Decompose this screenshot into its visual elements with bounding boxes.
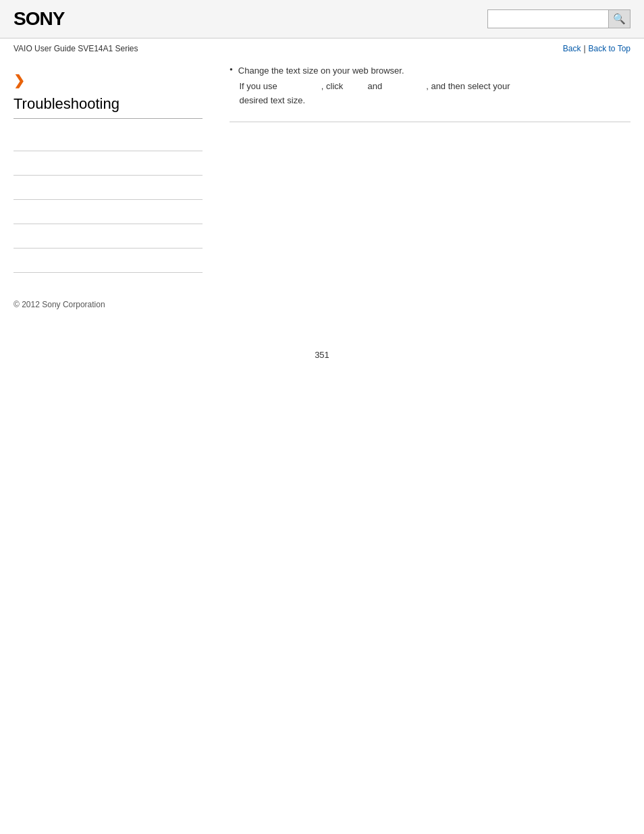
breadcrumb-nav: Back | Back to Top [563, 44, 630, 53]
bullet-text: Change the text size on your web browser… [238, 66, 404, 76]
paragraph-click: , click [321, 81, 344, 91]
content-paragraph: If you use , click and , and then select… [230, 80, 630, 108]
list-item [14, 249, 203, 273]
back-link[interactable]: Back [563, 44, 581, 53]
copyright-text: © 2012 Sony Corporation [14, 300, 105, 309]
list-item [14, 200, 203, 224]
search-icon: 🔍 [613, 13, 626, 25]
paragraph-then: , and then select your [426, 81, 510, 91]
search-input[interactable] [487, 9, 609, 28]
list-item [14, 151, 203, 176]
paragraph-desired: desired text size. [239, 95, 305, 105]
paragraph-and: and [367, 81, 382, 91]
sidebar-title: Troubleshooting [14, 95, 203, 119]
sidebar-link-4[interactable] [14, 207, 16, 217]
bullet-item: ● Change the text size on your web brows… [230, 66, 630, 76]
paragraph-if-you-use: If you use [239, 81, 277, 91]
main-content: ❯ Troubleshooting [0, 59, 644, 286]
page-header: SONY 🔍 [0, 0, 644, 38]
footer: © 2012 Sony Corporation [0, 286, 644, 323]
list-item [14, 224, 203, 249]
list-item [14, 127, 203, 151]
sidebar-links [14, 127, 203, 273]
list-item [14, 176, 203, 200]
search-area: 🔍 [487, 9, 630, 28]
guide-title: VAIO User Guide SVE14A1 Series [14, 44, 138, 53]
sidebar-link-1[interactable] [14, 134, 16, 144]
sidebar-link-6[interactable] [14, 256, 16, 265]
sidebar-link-5[interactable] [14, 232, 16, 241]
page-number: 351 [0, 350, 644, 373]
content-divider [230, 122, 630, 122]
content-area: ● Change the text size on your web brows… [216, 66, 630, 273]
sony-logo: SONY [14, 8, 64, 30]
breadcrumb-separator: | [583, 44, 585, 53]
bullet-dot: ● [230, 66, 233, 72]
sidebar-link-3[interactable] [14, 183, 16, 192]
search-button[interactable]: 🔍 [609, 9, 630, 28]
sidebar: ❯ Troubleshooting [14, 66, 216, 273]
sidebar-arrow-icon: ❯ [14, 72, 203, 88]
sidebar-link-2[interactable] [14, 159, 16, 168]
content-section: ● Change the text size on your web brows… [230, 66, 630, 108]
back-to-top-link[interactable]: Back to Top [589, 44, 630, 53]
breadcrumb-bar: VAIO User Guide SVE14A1 Series Back | Ba… [0, 38, 644, 59]
